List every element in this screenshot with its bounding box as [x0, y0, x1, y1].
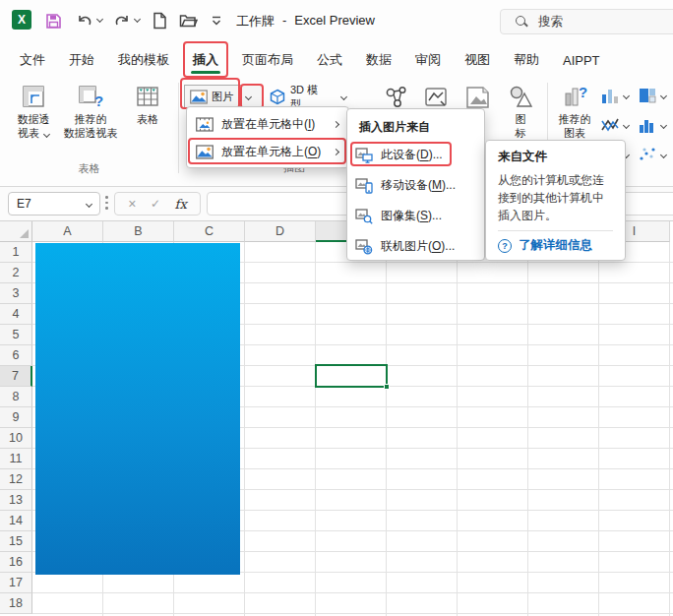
- new-document-button[interactable]: [150, 11, 169, 31]
- shapes-button[interactable]: [384, 85, 409, 110]
- inserted-image[interactable]: [35, 243, 240, 575]
- hierarchy-chart-button[interactable]: [638, 87, 666, 104]
- tab-insert-label: 插入: [193, 52, 218, 67]
- row-header-7[interactable]: 7: [0, 366, 32, 387]
- search-input[interactable]: 搜索: [500, 9, 673, 34]
- stock-images-label: 图像集(S)...: [381, 208, 442, 224]
- row-header-18[interactable]: 18: [0, 593, 32, 614]
- learn-more-link[interactable]: ? 了解详细信息: [498, 237, 613, 254]
- tab-formulas[interactable]: 公式: [312, 45, 347, 75]
- histogram-chart-icon: [638, 116, 657, 134]
- redo-dropdown-chevron-icon[interactable]: [134, 16, 141, 23]
- online-pictures-label: 联机图片(O)...: [381, 238, 455, 255]
- open-file-button[interactable]: [178, 11, 198, 31]
- tooltip-divider: [498, 230, 613, 231]
- pivottable-icon: [21, 84, 46, 109]
- row-header-4[interactable]: 4: [0, 304, 32, 325]
- place-in-cell-label: 放置在单元格中(I): [221, 116, 326, 133]
- picture-placeholder-button[interactable]: [463, 85, 491, 110]
- row-header-1[interactable]: 1: [0, 242, 32, 263]
- line-chart-button[interactable]: [600, 116, 629, 134]
- pivottable-button[interactable]: 数据透 视表: [8, 84, 59, 140]
- tab-review[interactable]: 审阅: [410, 45, 446, 75]
- tab-my-templates[interactable]: 我的模板: [113, 45, 174, 75]
- 3d-model-dropdown-chevron-icon: [340, 93, 347, 100]
- this-device-icon: [355, 148, 373, 163]
- open-folder-icon: [179, 13, 198, 29]
- ribbon-group-separator: [178, 83, 179, 173]
- tab-aippt[interactable]: AIPPT: [558, 47, 605, 74]
- icons-button[interactable]: 图 标: [498, 84, 543, 140]
- column-header-b[interactable]: B: [103, 221, 174, 242]
- tab-help[interactable]: 帮助: [509, 45, 544, 75]
- menu-item-mobile-device[interactable]: 移动设备(M)...: [347, 170, 484, 201]
- insert-function-button[interactable]: fx: [175, 197, 187, 212]
- select-all-triangle-icon: [20, 229, 29, 238]
- tab-page-layout[interactable]: 页面布局: [237, 45, 298, 75]
- row-header-17[interactable]: 17: [0, 573, 32, 593]
- row-header-8[interactable]: 8: [0, 387, 32, 407]
- column-header-d[interactable]: D: [245, 221, 316, 242]
- 3d-cube-icon: [270, 89, 285, 105]
- online-pictures-icon: [355, 239, 373, 255]
- menu-item-online-pictures[interactable]: 联机图片(O)...: [347, 231, 484, 262]
- table-label: 表格: [126, 112, 169, 126]
- menu-item-place-in-cell[interactable]: 放置在单元格中(I): [187, 110, 348, 138]
- row-header-11[interactable]: 11: [0, 449, 32, 469]
- tab-home[interactable]: 开始: [64, 45, 99, 75]
- tab-insert[interactable]: 插入: [188, 45, 223, 75]
- screenshot-button[interactable]: [423, 85, 449, 110]
- stock-images-icon: [355, 209, 373, 224]
- row-header-2[interactable]: 2: [0, 263, 32, 283]
- row-header-6[interactable]: 6: [0, 345, 32, 366]
- undo-button[interactable]: [75, 11, 94, 31]
- row-header-16[interactable]: 16: [0, 552, 32, 573]
- insert-picture-button[interactable]: 图片: [185, 86, 238, 108]
- document-title: 工作牌: [236, 13, 275, 31]
- recommended-charts-button[interactable]: ? 推荐的 图表: [551, 84, 598, 140]
- search-icon: [515, 15, 528, 29]
- row-header-15[interactable]: 15: [0, 531, 32, 552]
- this-device-label: 此设备(D)...: [381, 147, 443, 163]
- tab-data[interactable]: 数据: [361, 45, 397, 75]
- app-name: Excel Preview: [294, 13, 375, 31]
- save-icon: [45, 13, 62, 30]
- row-header-12[interactable]: 12: [0, 469, 32, 490]
- cancel-button[interactable]: ×: [128, 196, 136, 212]
- row-header-3[interactable]: 3: [0, 283, 32, 304]
- recommended-pivottables-button[interactable]: ? 推荐的 数据透视表: [61, 84, 120, 140]
- table-button[interactable]: 表格: [126, 84, 169, 126]
- fill-handle[interactable]: [384, 384, 390, 390]
- column-header-c[interactable]: C: [174, 221, 245, 242]
- menu-item-stock-images[interactable]: 图像集(S)...: [347, 201, 484, 231]
- row-header-5[interactable]: 5: [0, 325, 32, 345]
- row-header-13[interactable]: 13: [0, 490, 32, 511]
- pivottable-dropdown-chevron-icon[interactable]: [43, 131, 50, 138]
- active-tab-underline: [191, 71, 220, 74]
- row-header-10[interactable]: 10: [0, 428, 32, 449]
- column-chart-button[interactable]: [600, 87, 629, 104]
- tab-view[interactable]: 视图: [459, 45, 495, 75]
- enter-button[interactable]: ✓: [151, 197, 160, 211]
- selected-cell-e7[interactable]: [315, 364, 388, 388]
- scatter-chart-button[interactable]: [638, 146, 666, 163]
- excel-logo-icon: X: [12, 10, 31, 30]
- tab-file[interactable]: 文件: [15, 45, 50, 75]
- row-header-9[interactable]: 9: [0, 407, 32, 428]
- customize-quick-access-button[interactable]: [207, 11, 226, 31]
- undo-dropdown-chevron-icon[interactable]: [96, 16, 103, 23]
- redo-button[interactable]: [112, 11, 132, 31]
- formula-bar-drag-handle[interactable]: [105, 196, 108, 210]
- column-header-a[interactable]: A: [32, 221, 103, 242]
- name-box[interactable]: E7: [8, 192, 100, 216]
- save-button[interactable]: [43, 11, 63, 31]
- select-all-button[interactable]: [0, 221, 32, 242]
- menu-item-place-over-cells[interactable]: 放置在单元格上(O): [187, 138, 348, 165]
- histogram-chart-button[interactable]: [638, 116, 666, 134]
- picture-icon: [190, 90, 208, 104]
- icons-icon: [508, 84, 533, 109]
- excel-window: X 工作牌 - Excel Preview 搜索: [0, 0, 673, 616]
- menu-item-this-device[interactable]: 此设备(D)...: [347, 140, 484, 170]
- row-header-14[interactable]: 14: [0, 511, 32, 531]
- picture-dropdown-arrow[interactable]: [238, 86, 258, 108]
